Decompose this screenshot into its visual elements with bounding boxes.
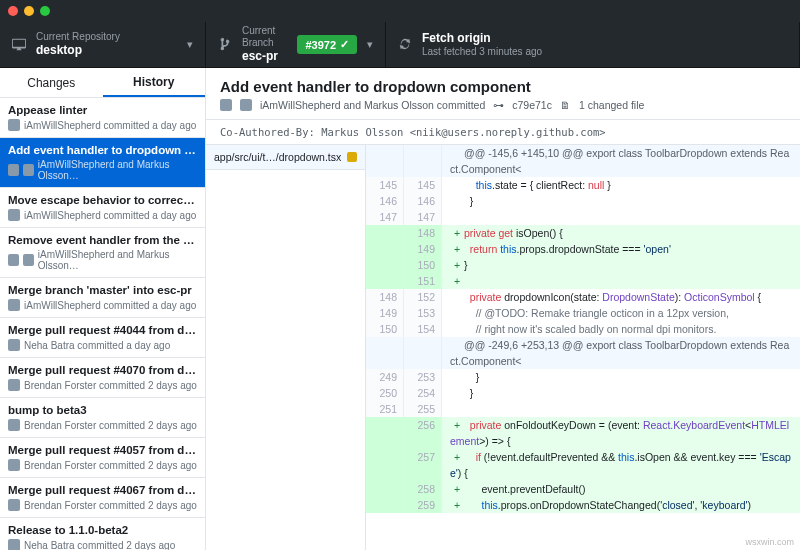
diff-line: 258+ event.preventDefault() (366, 481, 800, 497)
commit-item[interactable]: Release to 1.1.0-beta2 Neha Batra commit… (0, 518, 205, 550)
line-number-new: 255 (404, 401, 442, 417)
avatar (220, 99, 232, 111)
repo-value: desktop (36, 43, 120, 57)
commit-item-meta: iAmWillShepherd committed a day ago (8, 119, 197, 131)
avatar (8, 164, 19, 176)
sidebar-tabs: Changes History (0, 68, 205, 98)
repo-label: Current Repository (36, 31, 120, 43)
commit-item[interactable]: Merge pull request #4067 from desk… Bren… (0, 478, 205, 518)
diff-line: 259+ this.props.onDropdownStateChanged('… (366, 497, 800, 513)
commit-item-meta: Brendan Forster committed 2 days ago (8, 419, 197, 431)
avatar (8, 419, 20, 431)
commit-item-title: Merge pull request #4057 from desk… (8, 444, 197, 456)
diff-line: 147147 (366, 209, 800, 225)
commit-item[interactable]: Merge branch 'master' into esc-pr iAmWil… (0, 278, 205, 318)
commit-item-meta: Brendan Forster committed 2 days ago (8, 459, 197, 471)
computer-icon (12, 37, 26, 53)
diff-line: @@ -249,6 +253,13 @@ export class Toolba… (366, 337, 800, 369)
toolbar: Current Repository desktop ▾ Current Bra… (0, 22, 800, 68)
maximize-dot[interactable] (40, 6, 50, 16)
repo-selector[interactable]: Current Repository desktop ▾ (0, 22, 206, 67)
commit-item[interactable]: bump to beta3 Brendan Forster committed … (0, 398, 205, 438)
diff-line: 149+ return this.props.dropdownState ===… (366, 241, 800, 257)
diff-line: 148152 private dropdownIcon(state: Dropd… (366, 289, 800, 305)
diff-line: 146146 } (366, 193, 800, 209)
line-number-old (366, 257, 404, 273)
commit-item-title: Merge pull request #4070 from desk… (8, 364, 197, 376)
fetch-button[interactable]: Fetch origin Last fetched 3 minutes ago (386, 22, 800, 67)
commit-icon: ⊶ (493, 99, 504, 111)
commit-byline: iAmWillShepherd and Markus Olsson commit… (260, 99, 485, 111)
commit-item-meta: Neha Batra committed a day ago (8, 339, 197, 351)
diff-line: 256+ private onFoldoutKeyDown = (event: … (366, 417, 800, 449)
line-number-old: 145 (366, 177, 404, 193)
tab-changes[interactable]: Changes (0, 68, 103, 97)
line-number-new: 147 (404, 209, 442, 225)
commit-item[interactable]: Move escape behavior to correct co… iAmW… (0, 188, 205, 228)
diff-line: 251255 (366, 401, 800, 417)
line-number-old (366, 481, 404, 497)
diff-line: 249253 } (366, 369, 800, 385)
file-icon: 🗎 (560, 99, 571, 111)
line-number-old: 149 (366, 305, 404, 321)
fetch-sub: Last fetched 3 minutes ago (422, 46, 542, 58)
tab-history[interactable]: History (103, 68, 206, 97)
commit-item[interactable]: Add event handler to dropdown com… iAmWi… (0, 138, 205, 188)
diff-line: 250254 } (366, 385, 800, 401)
line-number-old: 251 (366, 401, 404, 417)
avatar (240, 99, 252, 111)
commit-item-title: Appease linter (8, 104, 197, 116)
minimize-dot[interactable] (24, 6, 34, 16)
file-path: app/src/ui/t…/dropdown.tsx (214, 151, 341, 163)
line-number-old: 249 (366, 369, 404, 385)
commit-item-title: Release to 1.1.0-beta2 (8, 524, 197, 536)
commit-item-meta: Brendan Forster committed 2 days ago (8, 379, 197, 391)
commit-item-title: bump to beta3 (8, 404, 197, 416)
commit-item-meta: Brendan Forster committed 2 days ago (8, 499, 197, 511)
line-number-old: 146 (366, 193, 404, 209)
commit-item[interactable]: Appease linter iAmWillShepherd committed… (0, 98, 205, 138)
branch-selector[interactable]: Current Branch esc-pr #3972 ✓ ▾ (206, 22, 386, 67)
line-number-old (366, 225, 404, 241)
line-number-new: 254 (404, 385, 442, 401)
diff-line: 150154 // right now it's scaled badly on… (366, 321, 800, 337)
titlebar (0, 0, 800, 22)
diff-line: 148+private get isOpen() { (366, 225, 800, 241)
watermark: wsxwin.com (745, 537, 794, 547)
commit-item[interactable]: Merge pull request #4057 from desk… Bren… (0, 438, 205, 478)
close-dot[interactable] (8, 6, 18, 16)
line-number-new: 148 (404, 225, 442, 241)
diff-line: 145145 this.state = { clientRect: null } (366, 177, 800, 193)
commit-title: Add event handler to dropdown component (220, 78, 786, 95)
line-number-old: 148 (366, 289, 404, 305)
pr-badge[interactable]: #3972 ✓ (297, 35, 357, 54)
commit-item[interactable]: Merge pull request #4044 from des… Neha … (0, 318, 205, 358)
line-number-new: 257 (404, 449, 442, 481)
branch-icon (218, 37, 232, 53)
fetch-label: Fetch origin (422, 31, 542, 45)
coauthor-line: Co-Authored-By: Markus Olsson <niik@user… (206, 120, 800, 145)
file-list: app/src/ui/t…/dropdown.tsx (206, 145, 366, 550)
branch-label: Current Branch (242, 25, 287, 49)
commit-item[interactable]: Merge pull request #4070 from desk… Bren… (0, 358, 205, 398)
diff-view[interactable]: @@ -145,6 +145,10 @@ export class Toolba… (366, 145, 800, 550)
line-number-new: 145 (404, 177, 442, 193)
line-number-new: 154 (404, 321, 442, 337)
line-number-new: 146 (404, 193, 442, 209)
line-number-new (404, 337, 442, 369)
line-number-old (366, 241, 404, 257)
line-number-new: 256 (404, 417, 442, 449)
avatar (8, 119, 20, 131)
line-number-old: 250 (366, 385, 404, 401)
avatar (8, 539, 20, 550)
line-number-new: 152 (404, 289, 442, 305)
commit-detail: Add event handler to dropdown component … (206, 68, 800, 550)
diff-line: @@ -145,6 +145,10 @@ export class Toolba… (366, 145, 800, 177)
line-number-old (366, 449, 404, 481)
commit-item[interactable]: Remove event handler from the bran… iAmW… (0, 228, 205, 278)
commit-list[interactable]: Appease linter iAmWillShepherd committed… (0, 98, 205, 550)
line-number-old: 147 (366, 209, 404, 225)
file-item[interactable]: app/src/ui/t…/dropdown.tsx (206, 145, 365, 170)
sync-icon (398, 37, 412, 53)
avatar (23, 164, 34, 176)
